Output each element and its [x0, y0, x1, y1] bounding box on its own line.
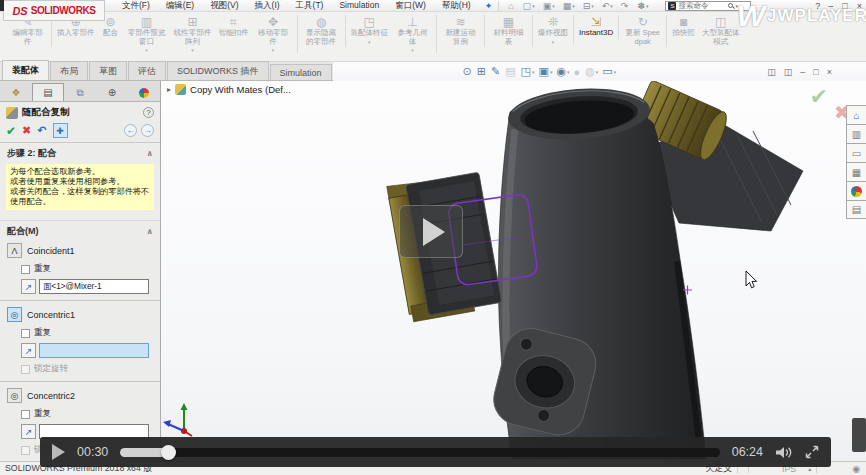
command-tab[interactable]: 草图 [89, 61, 127, 80]
command-button[interactable]: ❊ 爆炸视图 ▾ [535, 15, 574, 45]
video-play-overlay[interactable] [399, 205, 463, 258]
command-button[interactable]: ⊞ 线性零部件阵列 ▾ [170, 15, 216, 53]
repeat-checkbox[interactable] [21, 265, 30, 274]
command-tab[interactable]: SOLIDWORKS 插件 [167, 61, 269, 80]
command-button[interactable]: ⌗ 智能扣件 [216, 15, 252, 39]
view-tool-button[interactable]: ⊞ [477, 65, 487, 78]
quick-access-button[interactable]: ✽▾ [634, 1, 651, 11]
view-tool-button[interactable]: ✎ [491, 65, 501, 78]
confirmation-ok-icon[interactable]: ✔ [810, 84, 828, 110]
view-tool-button[interactable]: ▭▾ [602, 65, 616, 78]
lock-rotation-checkbox[interactable] [21, 365, 30, 374]
command-search-box[interactable]: S ▾ [665, 1, 751, 11]
command-tab[interactable]: 装配体 [2, 60, 49, 80]
task-pane-tab-icon[interactable]: ▤ [846, 200, 866, 219]
back-button[interactable]: ← [124, 124, 137, 137]
menu-item[interactable]: 视图(V) [202, 0, 246, 12]
status-options-icon[interactable]: ◉ [852, 464, 860, 474]
view-tool-button[interactable]: ◍▾ [585, 65, 598, 78]
window-control-button[interactable]: □ [842, 1, 847, 11]
collapse-icon[interactable]: ∧ [147, 149, 154, 158]
collapse-icon[interactable]: ∧ [147, 227, 154, 236]
view-tool-button[interactable]: ▣▾ [539, 65, 553, 78]
quick-access-button[interactable]: ⌂ [505, 1, 517, 11]
command-button[interactable]: ◍ 显示隐藏的零部件 [300, 15, 346, 47]
menu-item[interactable]: 帮助(H) [434, 0, 479, 12]
manager-tab[interactable]: ⧉ [64, 83, 96, 101]
mate-type-icon[interactable]: ◎ [7, 388, 22, 403]
progress-handle[interactable] [161, 445, 176, 460]
menu-item[interactable]: 文件(F) [114, 0, 158, 12]
command-button[interactable]: ◙ 拍快照 [669, 15, 698, 39]
mate-type-icon[interactable]: ◎ [7, 307, 22, 322]
quick-access-button[interactable]: ▣▾ [540, 1, 558, 11]
command-tab[interactable]: 评估 [128, 61, 166, 80]
command-button[interactable]: ⇲ Instant3D [576, 15, 619, 39]
pin-toolbar-icon[interactable]: ✦ [485, 1, 493, 11]
view-tool-button[interactable]: ◉▾ [556, 65, 569, 78]
graphics-viewport[interactable]: ▸ Copy With Mates (Def... ✔ ✖ ⌂▥▭▦▤ [161, 81, 866, 461]
undo-button[interactable]: ↶ [37, 124, 46, 137]
window-control-button[interactable]: × [857, 1, 862, 11]
expand-arrow-icon[interactable]: ▸ [167, 85, 171, 94]
view-tool-button[interactable]: ⊙ [463, 65, 473, 78]
repeat-checkbox[interactable] [21, 410, 30, 419]
document-window-button[interactable]: ◫ [784, 67, 793, 77]
pin-button[interactable]: ✚ [53, 123, 68, 138]
mate-type-icon[interactable]: Λ [7, 243, 22, 258]
quick-access-button[interactable]: ↷ [618, 1, 633, 11]
document-window-button[interactable]: □ [813, 67, 818, 77]
command-button[interactable]: ⊥ 参考几何体 ▾ [391, 15, 437, 53]
mates-section-header[interactable]: 配合(M) ∧ [0, 220, 160, 240]
manager-tab[interactable] [128, 83, 160, 101]
document-window-button[interactable]: × [827, 67, 832, 77]
task-pane-tab-icon[interactable]: ⌂ [846, 105, 866, 124]
task-pane-tab-icon[interactable]: ▥ [846, 124, 866, 143]
quick-access-button[interactable]: ▦▾ [560, 1, 578, 11]
volume-icon[interactable] [775, 446, 793, 459]
help-icon[interactable]: ? [143, 107, 154, 118]
menu-item[interactable]: 插入(I) [247, 0, 288, 12]
repeat-checkbox[interactable] [21, 329, 30, 338]
task-pane-tab-icon[interactable]: ▦ [846, 162, 866, 181]
play-button[interactable] [52, 444, 65, 460]
view-tool-button[interactable]: ▤ [505, 65, 516, 78]
task-pane-tab-icon[interactable]: ▭ [846, 143, 866, 162]
search-icon[interactable] [728, 3, 733, 8]
mate-reference-field[interactable] [39, 343, 149, 358]
manager-tab[interactable]: ⊕ [96, 83, 128, 101]
command-button[interactable]: ◳ 装配体特征 ▾ [348, 15, 392, 45]
quick-access-button[interactable]: ⊟▾ [580, 1, 597, 11]
mate-reference-field[interactable] [39, 279, 149, 294]
menu-item[interactable]: 工具(T) [288, 0, 332, 12]
view-tool-button[interactable]: ◳▾ [521, 65, 535, 78]
window-control-button[interactable]: – [828, 1, 833, 11]
feature-tree-item[interactable]: ▸ Copy With Mates (Def... [167, 84, 291, 95]
menu-item[interactable]: 编辑(E) [158, 0, 202, 12]
search-input[interactable] [678, 1, 726, 10]
command-button[interactable]: ▦ 材料明细表 [487, 15, 533, 47]
lock-rotation-checkbox[interactable] [21, 446, 30, 455]
progress-bar[interactable] [120, 448, 719, 457]
forward-button[interactable]: → [141, 124, 154, 137]
help-button[interactable]: ? [815, 1, 820, 11]
cancel-button[interactable]: ✖ [22, 124, 31, 137]
command-button[interactable]: ◫ 大型装配体模式 [698, 15, 744, 47]
command-button[interactable]: ▥ 零部件预览窗口 ▾ [124, 15, 170, 53]
view-tool-button[interactable]: ● [574, 66, 582, 78]
command-button[interactable]: ≋ 新建运动算例 [439, 15, 485, 47]
fullscreen-icon[interactable] [805, 445, 819, 459]
task-pane-tab-icon[interactable] [846, 181, 866, 200]
command-tab[interactable]: 布局 [50, 61, 88, 80]
step-section-header[interactable]: 步骤 2: 配合 ∧ [0, 143, 160, 162]
document-window-button[interactable]: – [800, 67, 805, 77]
manager-tab[interactable]: ❖ [0, 83, 32, 101]
quick-access-button[interactable]: ▢▾ [520, 1, 538, 11]
manager-tab[interactable]: ▤ [32, 83, 64, 101]
document-window-button[interactable]: ◫ [767, 67, 776, 77]
ok-button[interactable]: ✔ [6, 124, 16, 138]
command-tab[interactable]: Simulation [270, 64, 332, 80]
menu-item[interactable]: Simulation [331, 0, 387, 12]
chevron-down-icon[interactable]: ▾ [735, 3, 738, 9]
3d-model[interactable] [161, 81, 866, 461]
